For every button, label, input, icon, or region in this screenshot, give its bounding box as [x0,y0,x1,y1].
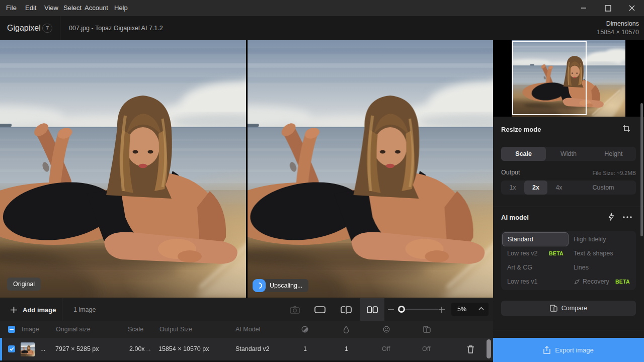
model-label: Low res v1 [507,278,564,285]
row-sharpen: 1 [303,338,307,360]
tab-width[interactable]: Width [546,147,591,161]
compare-icon [550,305,557,312]
export-icon [543,346,550,354]
zoom-value: 5% [457,303,466,316]
original-photo [0,40,246,298]
section-divider [493,207,644,207]
col-original-size: Original size [56,321,91,338]
scale-options: 1x 2x 4x Custom [501,180,636,195]
menu-edit[interactable]: Edit [25,0,36,16]
face-recovery-icon [383,326,390,333]
model-standard[interactable]: Standard [502,232,569,246]
scale-4x[interactable]: 4x [547,180,571,195]
compare-label: Compare [561,305,587,312]
menu-view[interactable]: View [44,0,58,16]
model-art-cg[interactable]: Art & CG [502,260,569,275]
close-button[interactable] [623,0,640,16]
export-image-button[interactable]: Export image [493,338,644,362]
single-view-icon [314,306,326,313]
dimensions-label: Dimensions [597,20,639,28]
trash-icon[interactable] [467,345,474,353]
model-label: Art & CG [507,264,564,271]
col-ai-model: AI Model [235,321,260,338]
close-icon [629,5,635,11]
plus-icon [439,307,445,313]
scale-2x[interactable]: 2x [524,180,547,195]
table-row[interactable]: ... 7927 × 5285 px 2.00x → 15854 × 10570… [0,338,493,360]
row-ellipsis: ... [40,338,45,360]
title-bar: Gigapixel 7 007.jpg - Topaz Gigapixel AI… [0,16,644,40]
image-canvas: Original Upscaling... [0,40,493,298]
add-image-label: Add image [23,306,56,314]
crop-icon[interactable] [622,125,630,133]
row-selection-bar [0,338,2,360]
menu-select[interactable]: Select [63,0,82,16]
snapshot-button[interactable] [283,298,307,321]
scale-1x[interactable]: 1x [501,180,524,195]
upscaling-status: Upscaling... [253,279,308,292]
menu-help[interactable]: Help [114,0,128,16]
split-view-icon [341,306,352,314]
model-label: Lines [574,264,630,271]
viewport-rectangle[interactable] [512,41,587,115]
add-image-button[interactable]: Add image [10,298,56,321]
document-title: 007.jpg - Topaz Gigapixel AI 7.1.2 [69,16,163,40]
sidebar-scrollbar[interactable] [640,103,643,236]
row-face-recovery: Off [382,338,390,360]
compare-button[interactable]: Compare [501,301,636,316]
tab-scale[interactable]: Scale [501,147,546,161]
preview-image-pane[interactable] [248,40,493,298]
row-checkbox[interactable] [8,345,15,352]
lightning-icon[interactable] [608,213,615,221]
preview-photo [248,40,493,298]
side-by-side-view-button[interactable] [360,298,384,321]
image-table: Image Original size Scale Output Size AI… [0,321,493,362]
toolbar-divider [62,298,62,321]
model-label: High fidelity [574,236,630,243]
row-original-size: 7927 × 5285 px [55,338,99,360]
row-gamma: Off [422,338,430,360]
select-all-checkbox[interactable] [8,326,15,333]
model-high-fidelity[interactable]: High fidelity [569,232,635,246]
zoom-in-button[interactable] [439,298,445,321]
zoom-slider-knob[interactable] [398,306,405,313]
settings-sidebar: Resize mode Scale Width Height Output Fi… [493,40,644,362]
maximize-button[interactable] [599,0,616,16]
row-ai-model: Standard v2 [235,338,269,360]
original-image-pane[interactable] [0,40,246,298]
tab-height[interactable]: Height [591,147,636,161]
minimize-button[interactable] [575,0,592,16]
image-count: 1 image [73,298,96,321]
model-label: Low res v2 [507,250,549,257]
model-low-res-v2[interactable]: Low res v2 BETA [502,246,569,260]
menu-account[interactable]: Account [85,0,108,16]
ellipsis-icon[interactable] [623,216,632,218]
zoom-out-button[interactable] [388,298,394,321]
file-size-estimate: File Size: ~9.2MB [592,170,636,176]
resize-mode-title: Resize mode [501,126,541,133]
model-low-res-v1[interactable]: Low res v1 [502,275,569,289]
zoom-level-dropdown[interactable]: 5% [451,303,489,316]
gamma-icon [423,326,431,333]
menu-file[interactable]: File [6,0,17,16]
model-recovery[interactable]: Recovery BETA [569,275,635,289]
arrow-right-icon: → [145,338,152,360]
col-output-size: Output Size [159,321,192,338]
chevron-up-icon [478,307,484,310]
model-lines[interactable]: Lines [569,260,635,275]
camera-icon [290,306,300,314]
model-text-shapes[interactable]: Text & shapes [569,246,635,260]
single-view-button[interactable] [308,298,332,321]
resize-mode-tabs: Scale Width Height [501,147,636,161]
scale-custom[interactable]: Custom [571,180,636,195]
split-view-button[interactable] [334,298,358,321]
app-name: Gigapixel [7,16,41,40]
dimensions-readout: Dimensions 15854 × 10570 [597,20,639,37]
navigator-filmstrip [493,40,644,117]
beta-badge: BETA [615,279,630,285]
table-scrollbar[interactable] [487,339,491,358]
denoise-icon [343,326,349,333]
ai-model-grid: Standard High fidelity Low res v2 BETA T… [501,231,636,290]
upscaling-label: Upscaling... [263,279,308,292]
row-scale: 2.00x [129,338,145,360]
